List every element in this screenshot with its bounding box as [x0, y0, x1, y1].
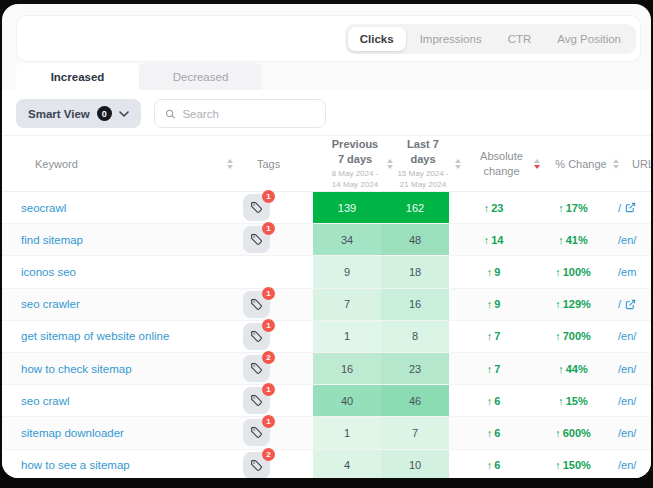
absolute-change-cell: ↑7	[449, 321, 538, 352]
absolute-change-cell: ↑23	[449, 192, 538, 223]
keyword-link[interactable]: how to check sitemap	[21, 363, 132, 375]
tag-button[interactable]: 2	[243, 355, 270, 382]
tab-decreased[interactable]: Decreased	[139, 63, 262, 90]
keyword-link[interactable]: seo crawler	[21, 298, 80, 310]
smart-view-dropdown[interactable]: Smart View 0	[16, 99, 141, 128]
tag-button[interactable]: 1	[243, 387, 270, 414]
absolute-change-cell: ↑6	[449, 385, 538, 416]
sort-icon-previous[interactable]	[387, 159, 393, 169]
tab-impressions[interactable]: Impressions	[408, 27, 494, 51]
tab-clicks[interactable]: Clicks	[348, 27, 406, 51]
url-link[interactable]: /en/	[618, 234, 636, 246]
tag-count-badge: 1	[262, 222, 275, 235]
keyword-link[interactable]: iconos seo	[21, 266, 76, 278]
header-previous-7-days[interactable]: Previous 7 days 8 May 2024 - 14 May 2024	[327, 137, 395, 190]
sort-icon-percent-change[interactable]	[613, 159, 619, 169]
tag-count-badge: 1	[262, 287, 275, 300]
table-row: seocrawl 1 139 162 ↑23 ↑17% /	[2, 192, 651, 224]
previous-clicks-cell: 16	[313, 353, 381, 384]
last-clicks-cell: 18	[381, 256, 449, 287]
url-link[interactable]: /em	[618, 266, 636, 278]
tag-icon	[250, 298, 263, 311]
absolute-change-cell: ↑6	[449, 450, 538, 479]
up-arrow-icon: ↑	[555, 427, 561, 439]
up-arrow-icon: ↑	[484, 234, 490, 246]
keyword-link[interactable]: find sitemap	[21, 234, 83, 246]
toolbar: Clicks Impressions CTR Avg Position	[16, 15, 641, 62]
keyword-link[interactable]: seo crawl	[21, 395, 70, 407]
table-body: seocrawl 1 139 162 ↑23 ↑17% / find	[2, 192, 651, 478]
keywords-table: Keyword Tags Previous 7 days 8 May 2024 …	[2, 135, 651, 478]
tag-count-badge: 2	[262, 448, 275, 461]
up-arrow-icon: ↑	[558, 363, 564, 375]
sort-icon-keyword[interactable]	[227, 159, 233, 169]
search-box	[154, 99, 326, 128]
url-link[interactable]: /en/	[618, 395, 636, 407]
url-link[interactable]: /en/	[618, 363, 636, 375]
tag-button[interactable]: 1	[243, 419, 270, 446]
percent-change-cell: ↑15%	[538, 385, 608, 416]
last-date-range: 15 May 2024 - 21 May 2024	[397, 169, 449, 190]
percent-change-cell: ↑100%	[538, 256, 608, 287]
tag-icon	[250, 394, 263, 407]
table-row: find sitemap 1 34 48 ↑14 ↑41% /en/	[2, 224, 651, 256]
absolute-change-cell: ↑9	[449, 289, 538, 320]
up-arrow-icon: ↑	[487, 363, 493, 375]
percent-change-cell: ↑600%	[538, 417, 608, 448]
last-clicks-cell: 10	[381, 450, 449, 479]
last-clicks-cell: 16	[381, 289, 449, 320]
keyword-link[interactable]: how to see a sitemap	[21, 459, 130, 471]
up-arrow-icon: ↑	[555, 266, 561, 278]
tab-avg-position[interactable]: Avg Position	[545, 27, 633, 51]
previous-date-range: 8 May 2024 - 14 May 2024	[329, 169, 381, 190]
tag-button[interactable]: 1	[243, 323, 270, 350]
previous-clicks-cell: 7	[313, 289, 381, 320]
tag-button[interactable]: 1	[243, 194, 270, 221]
tag-button[interactable]: 1	[243, 291, 270, 318]
url-link[interactable]: /en/	[618, 427, 636, 439]
percent-change-cell: ↑44%	[538, 353, 608, 384]
tag-button[interactable]: 2	[243, 452, 270, 478]
previous-clicks-cell: 34	[313, 224, 381, 255]
tag-icon	[250, 362, 263, 375]
table-row: how to see a sitemap 2 4 10 ↑6 ↑150% /en…	[2, 450, 651, 479]
up-arrow-icon: ↑	[555, 459, 561, 471]
search-input[interactable]	[182, 108, 314, 120]
table-row: sitemap downloader 1 1 7 ↑6 ↑600% /en/	[2, 417, 651, 449]
header-keyword[interactable]: Keyword	[16, 158, 241, 170]
last-clicks-cell: 162	[381, 192, 449, 223]
url-link[interactable]: /en/	[618, 459, 636, 471]
tab-increased[interactable]: Increased	[16, 63, 139, 90]
tag-count-badge: 1	[262, 383, 275, 396]
header-url: URL	[622, 158, 651, 170]
sort-icon-last[interactable]	[455, 159, 461, 169]
absolute-change-cell: ↑6	[449, 417, 538, 448]
tag-icon	[250, 426, 263, 439]
tag-icon	[250, 201, 263, 214]
up-arrow-icon: ↑	[487, 330, 493, 342]
absolute-change-cell: ↑7	[449, 353, 538, 384]
table-row: seo crawler 1 7 16 ↑9 ↑129% /	[2, 289, 651, 321]
header-last-7-days[interactable]: Last 7 days 15 May 2024 - 21 May 2024	[395, 137, 463, 190]
url-link[interactable]: /	[618, 202, 636, 214]
url-link[interactable]: /	[618, 298, 636, 310]
keyword-link[interactable]: sitemap downloader	[21, 427, 124, 439]
header-tags: Tags	[241, 158, 327, 170]
external-link-icon	[625, 299, 636, 310]
absolute-change-cell: ↑14	[449, 224, 538, 255]
url-link[interactable]: /en/	[618, 330, 636, 342]
tag-button[interactable]: 1	[243, 226, 270, 253]
tab-ctr[interactable]: CTR	[496, 27, 544, 51]
smart-view-label: Smart View	[28, 108, 90, 120]
percent-change-cell: ↑17%	[538, 192, 608, 223]
up-arrow-icon: ↑	[558, 234, 564, 246]
keyword-link[interactable]: seocrawl	[21, 202, 66, 214]
header-absolute-change[interactable]: Absolute change	[463, 149, 552, 179]
previous-clicks-cell: 4	[313, 450, 381, 479]
header-percent-change[interactable]: % Change	[552, 158, 622, 170]
table-row: iconos seo 9 18 ↑9 ↑100% /em	[2, 256, 651, 288]
table-row: seo crawl 1 40 46 ↑6 ↑15% /en/	[2, 385, 651, 417]
sort-icon-absolute-change[interactable]	[534, 159, 540, 169]
keyword-link[interactable]: get sitemap of website online	[21, 330, 169, 342]
tag-icon	[250, 330, 263, 343]
